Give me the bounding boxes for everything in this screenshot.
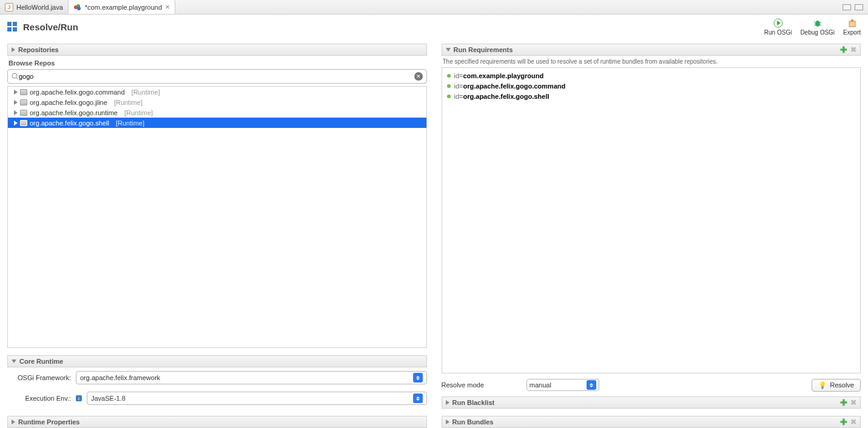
run-bundles-header[interactable]: Run Bundles ✚ ✖ — [442, 416, 861, 428]
svg-line-9 — [819, 25, 821, 25]
disclosure-icon — [446, 400, 449, 405]
run-osgi-button[interactable]: Run OSGi — [764, 18, 792, 36]
disclosure-icon — [446, 420, 449, 424]
resolve-run-icon — [7, 22, 17, 32]
runtime-properties-header[interactable]: Runtime Properties — [7, 416, 427, 428]
resolve-mode-value: manual — [530, 381, 551, 389]
bundle-icon — [20, 99, 27, 105]
runtime-properties-title: Runtime Properties — [18, 418, 79, 426]
tree-item-tag: [Runtime] — [132, 89, 160, 96]
remove-bundle-icon[interactable]: ✖ — [850, 418, 856, 426]
expand-icon[interactable] — [14, 100, 18, 105]
info-icon[interactable]: i — [76, 395, 82, 401]
remove-requirement-icon[interactable]: ✖ — [850, 45, 856, 54]
run-blacklist-title: Run Blacklist — [453, 399, 495, 406]
requirement-item[interactable]: id=org.apache.felix.gogo.command — [447, 81, 856, 91]
run-osgi-label: Run OSGi — [764, 29, 792, 36]
bundle-icon — [20, 89, 27, 95]
osgi-framework-row: OSGi Framework: org.apache.felix.framewo… — [7, 370, 427, 386]
tab-playground[interactable]: *com.example.playground ✕ — [69, 0, 175, 14]
tree-item-name: org.apache.felix.gogo.command — [30, 89, 125, 96]
resolve-mode-select[interactable]: manual — [527, 379, 599, 391]
resolve-button[interactable]: 💡 Resolve — [812, 379, 861, 392]
bulb-icon: 💡 — [818, 381, 827, 389]
svg-point-2 — [77, 7, 81, 10]
core-runtime-header[interactable]: Core Runtime — [7, 355, 427, 367]
requirements-list[interactable]: id=com.example.playground id=org.apache.… — [442, 67, 861, 373]
repo-search-row: ✕ — [7, 69, 427, 84]
disclosure-icon — [12, 47, 15, 52]
search-icon — [12, 73, 19, 80]
tree-item-tag: [Runtime] — [114, 99, 143, 106]
tab-bar: J HelloWorld.java *com.example.playgroun… — [0, 0, 868, 15]
execution-env-label: Execution Env.: — [7, 395, 71, 402]
osgi-framework-select[interactable]: org.apache.felix.framework — [76, 371, 427, 384]
tree-item[interactable]: org.apache.felix.gogo.command [Runtime] — [8, 87, 426, 97]
run-blacklist-header[interactable]: Run Blacklist ✚ ✖ — [442, 396, 861, 409]
svg-point-5 — [815, 21, 820, 27]
debug-icon — [813, 18, 823, 28]
resolve-button-label: Resolve — [830, 381, 854, 389]
debug-osgi-label: Debug OSGi — [800, 29, 835, 36]
run-bundles-title: Run Bundles — [453, 418, 494, 426]
osgi-framework-value: org.apache.felix.framework — [80, 374, 160, 381]
tree-item-tag: [Runtime] — [124, 109, 153, 116]
remove-blacklist-icon[interactable]: ✖ — [850, 398, 856, 407]
req-bullet-icon — [447, 95, 451, 98]
disclosure-icon — [12, 359, 16, 363]
execution-env-row: Execution Env.: i JavaSE-1.8 — [7, 390, 427, 406]
add-requirement-icon[interactable]: ✚ — [840, 45, 847, 55]
req-bullet-icon — [447, 84, 451, 88]
page-title: Resolve/Run — [23, 22, 78, 32]
bundle-icon — [20, 120, 27, 126]
req-text: id=com.example.playground — [454, 72, 544, 79]
svg-marker-11 — [850, 19, 854, 21]
minimize-button[interactable] — [843, 4, 851, 10]
browse-repos-label: Browse Repos — [7, 56, 427, 69]
svg-point-12 — [12, 73, 17, 78]
disclosure-icon — [12, 420, 15, 424]
repositories-header[interactable]: Repositories — [7, 44, 427, 56]
core-runtime-title: Core Runtime — [19, 358, 63, 365]
tab-helloworld[interactable]: J HelloWorld.java — [0, 0, 69, 14]
requirement-item[interactable]: id=org.apache.felix.gogo.shell — [447, 91, 856, 101]
debug-osgi-button[interactable]: Debug OSGi — [800, 18, 835, 36]
add-bundle-icon[interactable]: ✚ — [840, 417, 847, 427]
tree-item[interactable]: org.apache.felix.gogo.shell [Runtime] — [8, 118, 426, 128]
maximize-button[interactable] — [855, 4, 863, 10]
requirement-item[interactable]: id=com.example.playground — [447, 70, 856, 81]
svg-rect-10 — [849, 21, 855, 27]
tab-label: *com.example.playground — [85, 4, 162, 11]
run-icon — [773, 18, 783, 28]
tree-item-name: org.apache.felix.gogo.jline — [30, 99, 107, 106]
bundle-icon — [20, 110, 27, 116]
tree-item[interactable]: org.apache.felix.gogo.jline [Runtime] — [8, 97, 426, 107]
repo-tree[interactable]: org.apache.felix.gogo.command [Runtime] … — [7, 86, 427, 348]
window-controls — [843, 4, 868, 10]
resolve-mode-row: Resolve mode manual 💡 Resolve — [442, 376, 861, 394]
editor-header: Resolve/Run Run OSGi Debug OSGi Export — [0, 15, 868, 39]
right-column: Run Requirements ✚ ✖ The specified requi… — [442, 44, 861, 428]
dropdown-arrow-icon — [413, 373, 423, 383]
osgi-framework-label: OSGi Framework: — [7, 374, 71, 381]
req-text: id=org.apache.felix.gogo.command — [454, 82, 566, 90]
run-requirements-title: Run Requirements — [454, 46, 513, 53]
clear-search-icon[interactable]: ✕ — [414, 72, 423, 81]
expand-icon[interactable] — [14, 90, 18, 95]
dropdown-arrow-icon — [587, 380, 596, 390]
run-requirements-header[interactable]: Run Requirements ✚ ✖ — [442, 44, 861, 56]
export-button[interactable]: Export — [843, 18, 861, 36]
expand-icon[interactable] — [14, 121, 18, 125]
repositories-title: Repositories — [18, 46, 59, 53]
tree-item[interactable]: org.apache.felix.gogo.runtime [Runtime] — [8, 107, 426, 118]
expand-icon[interactable] — [14, 110, 18, 115]
export-label: Export — [843, 29, 861, 36]
java-file-icon: J — [5, 3, 13, 12]
close-tab-icon[interactable]: ✕ — [165, 4, 170, 10]
execution-env-select[interactable]: JavaSE-1.8 — [87, 392, 427, 405]
disclosure-icon — [446, 48, 451, 52]
svg-line-13 — [16, 78, 18, 79]
repo-search-input[interactable] — [19, 73, 414, 80]
add-blacklist-icon[interactable]: ✚ — [840, 398, 847, 407]
tree-item-name: org.apache.felix.gogo.shell — [30, 119, 109, 127]
